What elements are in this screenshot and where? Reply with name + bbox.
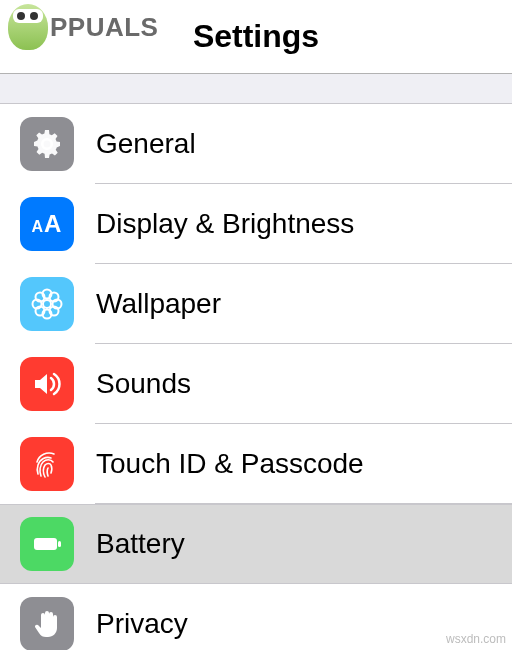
fingerprint-icon — [20, 437, 74, 491]
mascot-icon — [8, 4, 48, 50]
settings-row-battery[interactable]: Battery — [0, 504, 512, 584]
section-spacer — [0, 74, 512, 104]
settings-row-general[interactable]: General — [0, 104, 512, 184]
settings-list: General AA Display & Brightness Wallpape… — [0, 104, 512, 650]
settings-row-touchid[interactable]: Touch ID & Passcode — [0, 424, 512, 504]
row-label: Wallpaper — [74, 288, 221, 320]
hand-icon — [20, 597, 74, 650]
row-label: General — [74, 128, 196, 160]
settings-row-display[interactable]: AA Display & Brightness — [0, 184, 512, 264]
row-label: Battery — [74, 528, 185, 560]
row-label: Privacy — [74, 608, 188, 640]
svg-rect-10 — [58, 541, 61, 547]
settings-row-privacy[interactable]: Privacy — [0, 584, 512, 650]
row-label: Touch ID & Passcode — [74, 448, 364, 480]
watermark-text: wsxdn.com — [446, 632, 506, 646]
flower-icon — [20, 277, 74, 331]
battery-icon — [20, 517, 74, 571]
svg-rect-9 — [34, 538, 57, 550]
settings-row-wallpaper[interactable]: Wallpaper — [0, 264, 512, 344]
page-title: Settings — [193, 18, 319, 55]
settings-row-sounds[interactable]: Sounds — [0, 344, 512, 424]
row-label: Display & Brightness — [74, 208, 354, 240]
settings-header: PPUALS Settings — [0, 0, 512, 74]
svg-point-0 — [43, 300, 51, 308]
gear-icon — [20, 117, 74, 171]
appuals-logo: PPUALS — [8, 4, 158, 50]
text-size-icon: AA — [20, 197, 74, 251]
speaker-icon — [20, 357, 74, 411]
logo-text: PPUALS — [50, 12, 158, 43]
row-label: Sounds — [74, 368, 191, 400]
